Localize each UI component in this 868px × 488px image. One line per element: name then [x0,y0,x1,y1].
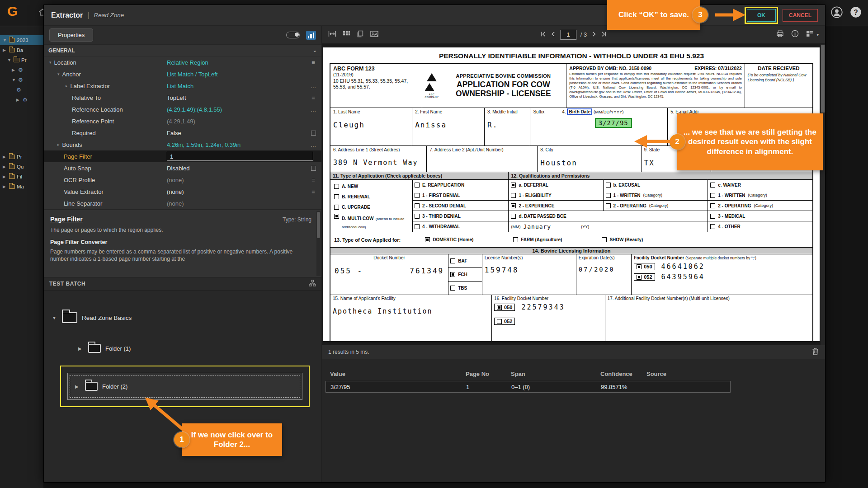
tree-node[interactable]: ▼⚙ [0,75,43,85]
tree-node[interactable]: ▶⚙ [0,65,43,75]
scrollbar[interactable] [821,44,825,345]
pages-icon[interactable] [357,30,364,39]
property-row-reference-location[interactable]: Reference Location (4.29,1.49):(4.8,1.55… [44,103,321,115]
view-layout-icon[interactable] [806,30,814,39]
property-value[interactable]: List Match [167,83,305,89]
tree-node-folder-2[interactable]: ▶ Folder (2) [67,373,302,400]
tree-node[interactable]: ▶⚙ [0,95,43,105]
chevron-right-icon[interactable]: ▶ [16,98,21,102]
property-value[interactable]: Disabled [167,165,305,172]
tree-node[interactable]: ▶Ba [0,45,43,55]
ellipsis-icon[interactable]: … [305,141,321,148]
col-confidence[interactable]: Confidence [600,371,646,377]
prev-page-icon[interactable] [550,31,556,39]
page-filter-input[interactable]: 1 [167,152,313,161]
chevron-down-icon[interactable]: ⌄ [313,47,317,53]
tree-node[interactable]: ▶Ma [0,182,43,192]
tree-node[interactable]: ▶Qu [0,162,43,172]
property-value[interactable]: Relative Region [167,59,305,66]
chevron-down-icon[interactable]: ▼ [12,78,16,82]
property-value[interactable]: (none) [167,200,305,207]
property-row-required[interactable]: Required False [44,127,321,139]
property-row-anchor[interactable]: ▾Anchor List Match / TopLeft [44,68,321,80]
first-page-icon[interactable] [540,31,546,39]
scrollbar[interactable] [316,211,321,276]
account-icon[interactable] [831,6,843,20]
chevron-down-icon[interactable]: ▾ [49,60,52,65]
print-icon[interactable] [776,30,784,39]
thumbnails-icon[interactable] [343,30,350,39]
tree-node[interactable]: ▶Pr [0,152,43,162]
image-icon[interactable] [370,31,378,39]
property-value[interactable]: (none) [167,177,305,183]
trash-icon[interactable] [812,347,819,357]
chevron-right-icon[interactable]: ▶ [3,164,7,169]
chevron-down-icon[interactable]: ▼ [52,315,57,320]
menu-icon[interactable]: ≡ [305,94,321,101]
chevron-right-icon[interactable]: ▶ [3,184,7,189]
property-value[interactable]: TopLeft [167,94,305,101]
property-row-location[interactable]: ▾Location Relative Region ≡ [44,56,321,68]
chevron-down-icon[interactable]: ▼ [3,38,7,42]
property-row-relative-to[interactable]: Relative To TopLeft ≡ [44,92,321,103]
tree-node[interactable]: ▼Pr [0,55,43,65]
chevron-right-icon[interactable]: ▶ [3,48,7,52]
property-row-auto-snap[interactable]: Auto Snap Disabled [44,162,321,174]
property-value[interactable]: List Match / TopLeft [167,71,305,78]
tab-properties[interactable]: Properties [49,28,93,42]
chevron-right-icon[interactable]: ▸ [66,84,68,88]
results-table-row[interactable]: 3/27/95 1 0–1 (0) 99.8571% [326,381,731,393]
property-value[interactable]: (none) [167,188,305,195]
scrollbar-thumb[interactable] [821,45,825,113]
chevron-down-icon[interactable]: ▼ [7,58,12,62]
next-page-icon[interactable] [591,31,597,39]
checkbox-icon[interactable] [311,131,316,136]
cancel-button[interactable]: CANCEL [783,9,818,22]
col-page-no[interactable]: Page No [466,371,511,377]
property-value[interactable]: (4.29,1.49) [167,118,305,125]
batch-view-icon[interactable] [309,280,316,288]
ellipsis-icon[interactable]: … [305,83,321,89]
menu-icon[interactable]: ≡ [305,59,321,66]
property-row-line-separator[interactable]: Line Separator (none) [44,197,321,209]
property-row-page-filter[interactable]: Page Filter 1 [44,150,321,162]
page-number-input[interactable]: 1 [560,30,576,40]
ellipsis-icon[interactable]: … [305,106,321,113]
property-row-reference-point[interactable]: Reference Point (4.29,1.49) [44,115,321,127]
property-value[interactable]: 4.26in, 1.59in, 1.24in, 0.39in [167,141,305,148]
property-row-value-extractor[interactable]: Value Extractor (none) ≡ [44,186,321,197]
tree-node-folder-1[interactable]: ▶ Folder (1) [44,342,321,355]
chart-icon[interactable] [306,31,316,40]
help-icon[interactable]: ? [850,6,862,20]
col-span[interactable]: Span [511,371,600,377]
property-value[interactable]: (4.29,1.49):(4.8,1.55) [167,106,305,113]
ok-button[interactable]: OK [747,9,776,22]
tree-node[interactable]: ▼2023 [0,35,43,45]
section-general[interactable]: GENERAL ⌄ [44,45,321,56]
fit-width-icon[interactable] [328,31,336,39]
chevron-right-icon[interactable]: ▶ [75,384,80,389]
tree-node[interactable]: ▶Fil [0,172,43,182]
toggle-icon[interactable] [286,32,300,38]
menu-icon[interactable]: ≡ [305,177,321,183]
checkbox-icon[interactable] [311,166,316,171]
property-row-ocr-profile[interactable]: OCR Profile (none) ≡ [44,174,321,186]
chevron-right-icon[interactable]: ▶ [12,68,16,72]
property-row-bounds[interactable]: ▸Bounds 4.26in, 1.59in, 1.24in, 0.39in … [44,139,321,150]
chevron-right-icon[interactable]: ▶ [3,174,7,179]
col-source[interactable]: Source [646,371,731,377]
chevron-right-icon[interactable]: ▸ [57,142,60,147]
property-row-label-extractor[interactable]: ▸Label Extractor List Match … [44,80,321,92]
scrollbar-thumb[interactable] [317,212,320,238]
info-icon[interactable] [791,30,799,39]
tree-node-read-zone-basics[interactable]: ▼ Read Zone Basics [44,307,321,328]
chevron-right-icon[interactable]: ▶ [3,155,7,159]
chevron-right-icon[interactable]: ▶ [78,346,84,351]
tree-node[interactable]: ⚙ [0,85,43,95]
col-value[interactable]: Value [330,371,466,377]
chevron-down-icon[interactable]: ▾ [816,33,819,37]
property-value[interactable]: False [167,130,305,136]
chevron-down-icon[interactable]: ▾ [57,72,60,76]
menu-icon[interactable]: ≡ [305,188,321,195]
last-page-icon[interactable] [601,31,607,39]
